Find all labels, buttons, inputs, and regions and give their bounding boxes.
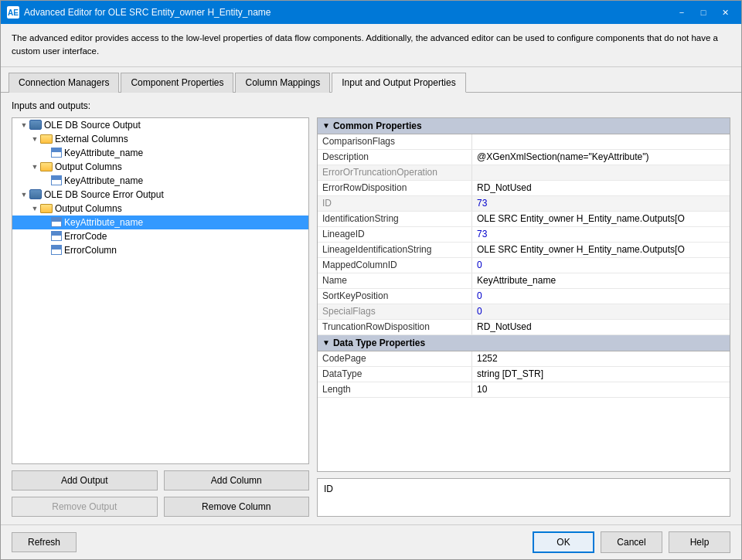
expand-icon: ▼: [19, 121, 29, 129]
bottom-right: OK Cancel Help: [533, 531, 730, 553]
tree-item[interactable]: ErrorColumn: [12, 243, 308, 257]
left-panel: ▼ OLE DB Source Output ▼ External Column…: [12, 117, 309, 518]
expand-icon: ▼: [29, 163, 40, 171]
prop-name: ErrorRowDisposition: [318, 181, 472, 195]
col-icon: [51, 245, 62, 255]
tab-input-output-properties[interactable]: Input and Output Properties: [332, 73, 465, 93]
folder-icon: [40, 134, 53, 144]
add-output-button[interactable]: Add Output: [12, 470, 158, 490]
prop-row: ErrorOrTruncationOperation: [318, 165, 730, 181]
ok-button[interactable]: OK: [533, 531, 594, 553]
close-button[interactable]: ✕: [715, 5, 735, 20]
tree-item[interactable]: ▼ External Columns: [12, 132, 308, 146]
props-container: ▼ Common Properties ComparisonFlags Desc…: [317, 117, 730, 473]
tree-label: KeyAttribute_name: [64, 217, 143, 228]
prop-name: SpecialFlags: [318, 304, 472, 319]
prop-row: SortKeyPosition 0: [318, 289, 730, 304]
prop-row: Description @XGenXmlSection(name="KeyAtt…: [318, 150, 730, 165]
id-description-box: ID: [317, 478, 730, 517]
tree-container[interactable]: ▼ OLE DB Source Output ▼ External Column…: [12, 117, 309, 465]
refresh-button[interactable]: Refresh: [12, 532, 77, 552]
tree-label: OLE DB Source Error Output: [44, 189, 164, 200]
expand-icon: [40, 149, 51, 157]
prop-row: IdentificationString OLE SRC Entity_owne…: [318, 212, 730, 227]
title-bar-left: AE Advanced Editor for OLE SRC Entity_ow…: [7, 6, 271, 19]
tabs-bar: Connection Managers Component Properties…: [1, 67, 741, 93]
folder-icon: [40, 162, 53, 171]
section-title-datatype: Data Type Properties: [333, 338, 425, 348]
info-panel: The advanced editor provides access to t…: [1, 24, 741, 67]
prop-value: 73: [472, 227, 730, 242]
tree-label: OLE DB Source Output: [44, 120, 141, 131]
prop-row: ComparisonFlags: [318, 134, 730, 150]
tree-item[interactable]: KeyAttribute_name: [12, 146, 308, 160]
prop-value: 0: [472, 304, 730, 319]
prop-name: CodePage: [318, 351, 472, 366]
prop-name: LineageID: [318, 227, 472, 242]
prop-value: RD_NotUsed: [472, 181, 730, 195]
tree-item[interactable]: ▼ OLE DB Source Error Output: [12, 188, 308, 202]
prop-name: ErrorOrTruncationOperation: [318, 165, 472, 180]
tree-item[interactable]: ▼ Output Columns: [12, 202, 308, 216]
props-scroll[interactable]: ▼ Common Properties ComparisonFlags Desc…: [318, 118, 730, 472]
tree-item[interactable]: ▼ OLE DB Source Output: [12, 118, 308, 132]
tree-label: Output Columns: [55, 161, 122, 172]
tree-buttons: Add Output Add Column: [12, 470, 309, 490]
prop-row: CodePage 1252: [318, 351, 730, 367]
remove-output-button[interactable]: Remove Output: [12, 497, 158, 517]
prop-value: 0: [472, 258, 730, 273]
tree-item[interactable]: KeyAttribute_name: [12, 174, 308, 188]
tab-component-properties[interactable]: Component Properties: [121, 73, 233, 93]
tree-label: KeyAttribute_name: [64, 175, 143, 186]
main-window: AE Advanced Editor for OLE SRC Entity_ow…: [0, 0, 742, 560]
main-content: Inputs and outputs: ▼ OLE DB Source Outp…: [1, 93, 741, 525]
tree-item[interactable]: ▼ Output Columns: [12, 160, 308, 174]
prop-name: TruncationRowDisposition: [318, 320, 472, 334]
expand-icon: [40, 219, 51, 226]
prop-name: ID: [318, 196, 472, 211]
prop-value: [472, 134, 730, 149]
prop-name: Name: [318, 273, 472, 288]
prop-value: OLE SRC Entity_owner H_Entity_name.Outpu…: [472, 243, 730, 257]
inputs-outputs-label: Inputs and outputs:: [12, 100, 730, 111]
add-column-button[interactable]: Add Column: [164, 470, 310, 490]
tree-label: ErrorCode: [64, 231, 107, 242]
tree-label: Output Columns: [55, 203, 122, 214]
help-button[interactable]: Help: [669, 531, 730, 553]
folder-icon: [40, 204, 53, 213]
right-panel: ▼ Common Properties ComparisonFlags Desc…: [317, 117, 730, 518]
prop-row: Name KeyAttribute_name: [318, 273, 730, 289]
expand-icon: ▼: [29, 135, 40, 143]
tab-connection-managers[interactable]: Connection Managers: [9, 73, 119, 93]
prop-value: @XGenXmlSection(name="KeyAttribute"): [472, 150, 730, 165]
tree-item-selected[interactable]: KeyAttribute_name: [12, 216, 308, 229]
prop-name: Length: [318, 382, 472, 397]
remove-column-button[interactable]: Remove Column: [164, 497, 310, 517]
prop-name: IdentificationString: [318, 212, 472, 226]
prop-value: 1252: [472, 351, 730, 366]
prop-row: ID 73: [318, 196, 730, 212]
section-header-datatype[interactable]: ▼ Data Type Properties: [318, 335, 730, 351]
id-label: ID: [324, 484, 333, 494]
prop-value: RD_NotUsed: [472, 320, 730, 334]
expand-arrow-icon: ▼: [322, 338, 330, 347]
prop-value: KeyAttribute_name: [472, 273, 730, 288]
tree-item[interactable]: ErrorCode: [12, 229, 308, 243]
section-title-common: Common Properties: [333, 120, 422, 131]
col-icon: [51, 175, 62, 185]
prop-name: DataType: [318, 367, 472, 382]
prop-name: SortKeyPosition: [318, 289, 472, 304]
prop-row: LineageIdentificationString OLE SRC Enti…: [318, 243, 730, 258]
prop-value: 0: [472, 289, 730, 304]
section-header-common[interactable]: ▼ Common Properties: [318, 118, 730, 134]
col-icon: [51, 148, 62, 158]
tab-column-mappings[interactable]: Column Mappings: [235, 73, 330, 93]
minimize-button[interactable]: −: [672, 5, 692, 20]
tree-buttons-2: Remove Output Remove Column: [12, 497, 309, 517]
bottom-bar: Refresh OK Cancel Help: [1, 524, 741, 559]
tree-label: ErrorColumn: [64, 245, 117, 256]
prop-value: string [DT_STR]: [472, 367, 730, 382]
cancel-button[interactable]: Cancel: [601, 531, 662, 553]
maximize-button[interactable]: □: [693, 5, 713, 20]
expand-icon: [40, 246, 51, 254]
